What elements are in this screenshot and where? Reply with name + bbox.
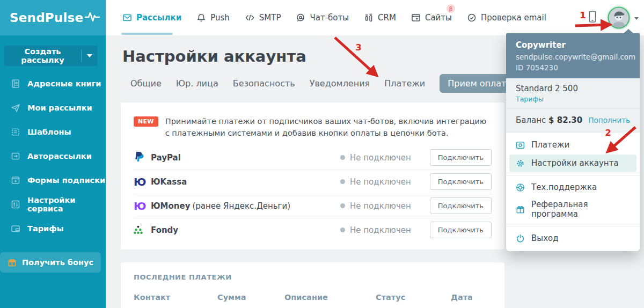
tab-general[interactable]: Общие (130, 78, 162, 89)
autocampaigns-icon (11, 151, 20, 161)
nav-label: Push (210, 13, 230, 23)
sidebar-item-autocampaigns[interactable]: Авторассылки (0, 144, 106, 168)
nav-label: Чат-боты (310, 13, 349, 23)
account-id: ID 7054230 (516, 63, 630, 72)
tab-legal-entities[interactable]: Юр. лица (176, 78, 218, 89)
active-nav-underline (121, 33, 173, 35)
top-header: Рассылки Push SMTP Чат-боты CRM Сайты (106, 0, 644, 35)
yookassa-icon: Ю (134, 175, 151, 188)
status-dot-icon (340, 203, 345, 208)
status-label: Не подключен (350, 177, 411, 187)
nav-label: CRM (378, 13, 396, 23)
gear-icon (516, 159, 525, 168)
plan-name: Standard 2 500 (516, 84, 630, 93)
sidebar-item-label: Адресные книги (27, 79, 101, 88)
column-date: Дата (451, 293, 492, 302)
status-label: Не подключен (350, 225, 411, 235)
notice-text: Принимайте платежи от подписчиков ваших … (165, 115, 492, 140)
payment-name: ЮKassa (151, 177, 187, 187)
connect-button[interactable]: Подключить (430, 173, 492, 190)
nav-item-crm[interactable]: CRM (364, 13, 396, 23)
mobile-app-icon[interactable] (588, 10, 597, 25)
menu-item-label: Настройки аккаунта (531, 158, 619, 168)
payment-name: PayPal (151, 153, 181, 163)
avatar-chevron-icon[interactable] (634, 17, 639, 20)
logout-icon (516, 234, 525, 243)
get-bonus-button[interactable]: Получить бонус (0, 252, 101, 273)
menu-item-label: Тех.поддержка (531, 182, 597, 192)
menu-item-payments[interactable]: Платежи (506, 136, 640, 153)
nav-label: Проверка email (481, 13, 546, 23)
payment-row-yoomoney: Ю ЮMoney (ранее Яндекс.Деньги) Не подклю… (134, 194, 492, 218)
logo-text: SendPulse (10, 11, 83, 25)
payment-row-fondy: Fondy Не подключен Подключить (134, 218, 492, 242)
support-icon (516, 183, 525, 192)
column-status: Статус (376, 293, 451, 302)
sidebar: SendPulse Создать рассылку Адресные книг… (0, 0, 106, 308)
tab-security[interactable]: Безопасность (233, 78, 295, 89)
column-contact: Контакт (134, 293, 217, 302)
header-right (588, 0, 644, 35)
avatar[interactable] (606, 5, 631, 30)
nav-item-email-verification[interactable]: Проверка email (467, 13, 546, 23)
plan-section: Standard 2 500 Тарифы (506, 78, 640, 108)
bell-icon (196, 13, 206, 23)
mail-icon (122, 13, 132, 23)
browser-icon (411, 13, 421, 23)
sidebar-item-templates[interactable]: Шаблоны (0, 120, 106, 144)
create-campaign-button[interactable]: Создать рассылку (4, 46, 98, 66)
nav-item-push[interactable]: Push (196, 13, 230, 23)
topup-link[interactable]: Пополнить (588, 116, 630, 124)
menu-item-referral-program[interactable]: Реферальная программа (506, 196, 640, 223)
pricing-link[interactable]: Тарифы (516, 95, 630, 103)
payment-name: Fondy (151, 225, 178, 235)
nav-item-smtp[interactable]: SMTP (245, 13, 281, 23)
service-settings-icon (11, 200, 20, 209)
new-feature-notice: NEW Принимайте платежи от подписчиков ва… (121, 102, 504, 146)
nav-item-chatbots[interactable]: Чат-боты (296, 13, 349, 23)
sidebar-item-label: Тарифы (27, 224, 64, 233)
account-menu-list: Платежи Настройки аккаунта Тех.поддержка… (506, 133, 640, 251)
nav-item-campaigns[interactable]: Рассылки (122, 13, 181, 23)
nav-item-sites[interactable]: Сайты β (411, 13, 452, 23)
balance-value: $ 82.30 (548, 115, 582, 125)
logo[interactable]: SendPulse (0, 0, 106, 35)
sidebar-item-service-settings[interactable]: Настройки сервиса (0, 192, 106, 216)
sidebar-item-address-books[interactable]: Адресные книги (0, 71, 106, 96)
menu-item-account-settings[interactable]: Настройки аккаунта (509, 155, 636, 172)
payments-icon (516, 141, 525, 150)
tab-notifications[interactable]: Уведомления (310, 78, 370, 89)
status-dot-icon (340, 179, 345, 184)
pulse-icon (84, 10, 100, 25)
payment-status: Не подключен (340, 201, 411, 211)
status-label: Не подключен (350, 201, 411, 211)
beta-badge: β (447, 4, 455, 13)
tab-accept-payments[interactable]: Прием оплат (440, 74, 514, 93)
sidebar-item-label: Авторассылки (27, 152, 92, 160)
create-campaign-caret[interactable] (81, 49, 98, 62)
code-icon (245, 13, 255, 23)
connect-button[interactable]: Подключить (430, 197, 492, 214)
sidebar-item-label: Шаблоны (27, 128, 71, 136)
connect-button[interactable]: Подключить (430, 149, 492, 166)
menu-item-logout[interactable]: Выход (506, 230, 640, 247)
account-dropdown: Copywriter sendpulse.copywrite@gmail.com… (506, 33, 640, 251)
create-campaign-label: Создать рассылку (4, 47, 81, 64)
menu-divider (506, 175, 640, 175)
sidebar-item-my-campaigns[interactable]: Мои рассылки (0, 96, 106, 120)
chatbot-icon (296, 13, 305, 23)
sidebar-item-subscription-forms[interactable]: Формы подписки (0, 168, 106, 192)
sidebar-menu: Адресные книги Мои рассылки Шаблоны Авто… (0, 71, 106, 240)
menu-item-label: Реферальная программа (531, 200, 630, 219)
dropdown-notch (624, 29, 633, 33)
nav-label: Сайты (425, 13, 452, 23)
sidebar-item-label: Мои рассылки (27, 104, 92, 112)
sidebar-item-pricing[interactable]: Тарифы (0, 216, 106, 240)
balance-section: Баланс $ 82.30 Пополнить (506, 108, 640, 133)
recent-payments-card: ПОСЛЕДНИЕ ПЛАТЕЖИ Контакт Сумма Описание… (121, 262, 504, 308)
menu-item-support[interactable]: Тех.поддержка (506, 179, 640, 196)
connect-button[interactable]: Подключить (430, 222, 492, 238)
tab-payments[interactable]: Платежи (384, 78, 425, 89)
account-email: sendpulse.copywrite@gmail.com (516, 53, 630, 61)
recent-payments-header: Контакт Сумма Описание Статус Дата (134, 293, 492, 302)
